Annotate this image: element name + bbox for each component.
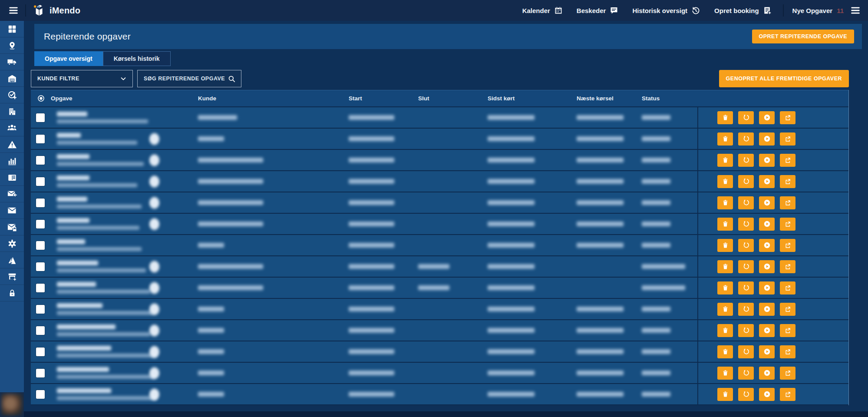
- open-row-button[interactable]: [780, 324, 795, 337]
- delete-row-button[interactable]: [717, 132, 733, 146]
- row-checkbox[interactable]: [36, 390, 45, 399]
- sidebar-item-azure[interactable]: [0, 252, 24, 268]
- undo-row-button[interactable]: [738, 111, 754, 124]
- open-row-button[interactable]: [780, 111, 795, 124]
- run-row-button[interactable]: [759, 218, 775, 231]
- search-input[interactable]: [144, 76, 228, 82]
- delete-row-button[interactable]: [717, 260, 733, 273]
- user-avatar[interactable]: [0, 392, 24, 417]
- customer-filter-select[interactable]: KUNDE FILTRE: [31, 70, 133, 87]
- delete-row-button[interactable]: [717, 367, 733, 380]
- undo-row-button[interactable]: [738, 175, 754, 188]
- undo-row-button[interactable]: [738, 367, 754, 380]
- open-row-button[interactable]: [780, 345, 795, 358]
- delete-row-button[interactable]: [717, 324, 733, 337]
- run-row-button[interactable]: [759, 388, 775, 401]
- open-row-button[interactable]: [780, 388, 795, 401]
- topbar-nav-opret-booking[interactable]: Opret booking: [714, 6, 772, 15]
- sidebar-item-mail[interactable]: [0, 202, 24, 219]
- row-checkbox[interactable]: [36, 326, 45, 335]
- sidebar-item-padlock[interactable]: [0, 285, 24, 301]
- sidebar-item-bar-chart[interactable]: [0, 153, 24, 169]
- table-row[interactable]: [31, 171, 848, 192]
- open-row-button[interactable]: [780, 239, 795, 252]
- run-row-button[interactable]: [759, 260, 775, 273]
- table-row[interactable]: [31, 129, 848, 150]
- delete-row-button[interactable]: [717, 154, 733, 167]
- tab-kørsels-historik[interactable]: Kørsels historik: [103, 51, 171, 66]
- table-row[interactable]: [31, 150, 848, 171]
- delete-row-button[interactable]: [717, 303, 733, 316]
- undo-row-button[interactable]: [738, 218, 754, 231]
- open-row-button[interactable]: [780, 175, 795, 188]
- open-row-button[interactable]: [780, 281, 795, 295]
- undo-row-button[interactable]: [738, 260, 754, 273]
- radio-icon[interactable]: [37, 94, 45, 103]
- open-row-button[interactable]: [780, 367, 795, 380]
- undo-row-button[interactable]: [738, 303, 754, 316]
- table-row[interactable]: [31, 299, 848, 320]
- tab-opgave-oversigt[interactable]: Opgave oversigt: [34, 51, 103, 66]
- run-row-button[interactable]: [759, 345, 775, 358]
- row-checkbox[interactable]: [36, 113, 45, 122]
- undo-row-button[interactable]: [738, 154, 754, 167]
- sidebar-item-team[interactable]: [0, 120, 24, 136]
- sidebar-item-location-pin[interactable]: [0, 37, 24, 54]
- row-checkbox[interactable]: [36, 156, 45, 165]
- sidebar-item-news-card[interactable]: [0, 169, 24, 186]
- table-row[interactable]: [31, 278, 848, 299]
- sidebar-item-mail-incoming[interactable]: [0, 186, 24, 202]
- sidebar-item-warehouse[interactable]: [0, 70, 24, 87]
- undo-row-button[interactable]: [738, 132, 754, 146]
- undo-row-button[interactable]: [738, 196, 754, 209]
- run-row-button[interactable]: [759, 281, 775, 295]
- table-row[interactable]: [31, 384, 848, 405]
- run-row-button[interactable]: [759, 239, 775, 252]
- search-icon[interactable]: [228, 75, 236, 83]
- table-row[interactable]: [31, 235, 848, 256]
- undo-row-button[interactable]: [738, 239, 754, 252]
- run-row-button[interactable]: [759, 196, 775, 209]
- row-checkbox[interactable]: [36, 305, 45, 314]
- topbar-nav-beskeder[interactable]: Beskeder: [577, 6, 619, 15]
- undo-row-button[interactable]: [738, 345, 754, 358]
- open-row-button[interactable]: [780, 154, 795, 167]
- topbar-nav-kalender[interactable]: Kalender: [522, 6, 563, 15]
- row-checkbox[interactable]: [36, 369, 45, 377]
- table-row[interactable]: [31, 320, 848, 341]
- delete-row-button[interactable]: [717, 388, 733, 401]
- row-checkbox[interactable]: [36, 199, 45, 207]
- open-row-button[interactable]: [780, 218, 795, 231]
- delete-row-button[interactable]: [717, 239, 733, 252]
- table-row[interactable]: [31, 107, 848, 129]
- open-row-button[interactable]: [780, 303, 795, 316]
- sidebar-item-building[interactable]: [0, 103, 24, 120]
- row-checkbox[interactable]: [36, 220, 45, 228]
- row-checkbox[interactable]: [36, 177, 45, 186]
- delete-row-button[interactable]: [717, 111, 733, 124]
- delete-row-button[interactable]: [717, 218, 733, 231]
- open-row-button[interactable]: [780, 260, 795, 273]
- row-checkbox[interactable]: [36, 262, 45, 271]
- delete-row-button[interactable]: [717, 281, 733, 295]
- row-checkbox[interactable]: [36, 348, 45, 356]
- run-row-button[interactable]: [759, 367, 775, 380]
- row-checkbox[interactable]: [36, 241, 45, 250]
- run-row-button[interactable]: [759, 154, 775, 167]
- delete-row-button[interactable]: [717, 175, 733, 188]
- sidebar-item-task-add[interactable]: [0, 87, 24, 103]
- open-row-button[interactable]: [780, 196, 795, 209]
- undo-row-button[interactable]: [738, 281, 754, 295]
- sidebar-item-truck[interactable]: [0, 54, 24, 70]
- row-checkbox[interactable]: [36, 284, 45, 292]
- sidebar-item-mail-lock[interactable]: [0, 219, 24, 235]
- right-menu-icon[interactable]: [850, 5, 861, 16]
- table-row[interactable]: [31, 256, 848, 278]
- create-repeating-task-button[interactable]: OPRET REPITERENDE OPGAVE: [752, 30, 854, 43]
- sidebar-item-warning[interactable]: [0, 136, 24, 153]
- undo-row-button[interactable]: [738, 324, 754, 337]
- sidebar-item-dashboard[interactable]: [0, 21, 24, 37]
- row-checkbox[interactable]: [36, 135, 45, 143]
- table-row[interactable]: [31, 214, 848, 235]
- table-row[interactable]: [31, 192, 848, 214]
